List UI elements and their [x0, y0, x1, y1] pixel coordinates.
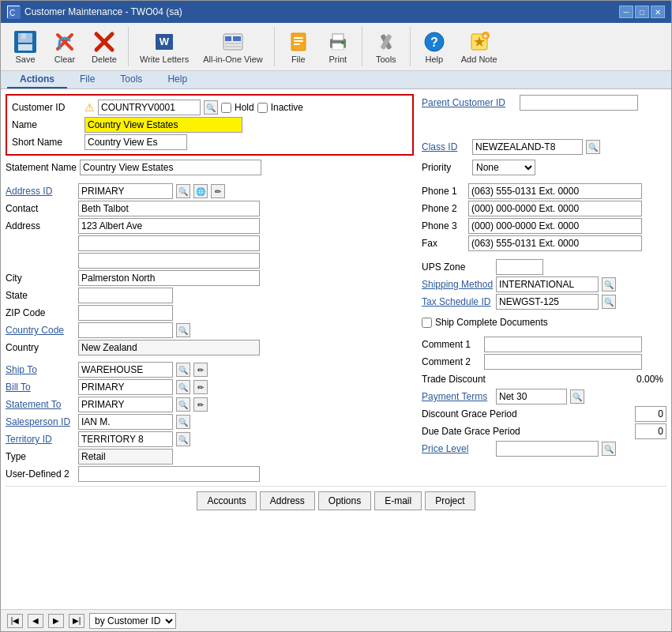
ship-to-input[interactable]: [78, 362, 173, 378]
payment-terms-label[interactable]: Payment Terms: [422, 391, 493, 402]
shipping-method-input[interactable]: [496, 276, 599, 292]
print-button[interactable]: Print: [320, 26, 356, 67]
tab-actions[interactable]: Actions: [7, 71, 67, 88]
territory-label[interactable]: Territory ID: [6, 434, 75, 445]
tax-schedule-label[interactable]: Tax Schedule ID: [422, 296, 493, 307]
hold-checkbox[interactable]: [221, 103, 231, 113]
parent-customer-row: Parent Customer ID: [422, 94, 666, 111]
close-button[interactable]: ✕: [651, 6, 665, 18]
ups-zone-input[interactable]: [496, 259, 543, 275]
statement-to-input[interactable]: [78, 397, 173, 412]
tools-button[interactable]: Tools: [368, 26, 404, 67]
fax-input[interactable]: [468, 235, 642, 251]
add-note-button[interactable]: ★ ✦ Add Note: [456, 26, 503, 67]
address-line2-input[interactable]: [78, 235, 260, 251]
options-button[interactable]: Options: [318, 491, 371, 510]
salesperson-input[interactable]: [78, 414, 173, 430]
address-id-lookup-btn[interactable]: 🔍: [176, 184, 190, 198]
salesperson-label[interactable]: Salesperson ID: [6, 416, 75, 427]
ship-complete-checkbox[interactable]: [422, 318, 432, 328]
contact-input[interactable]: [78, 201, 260, 216]
country-code-input[interactable]: [78, 322, 173, 338]
nav-next-button[interactable]: ▶: [48, 614, 64, 628]
address-edit-btn[interactable]: ✏: [211, 184, 225, 198]
price-level-label[interactable]: Price Level: [422, 443, 493, 454]
ship-to-edit-btn[interactable]: ✏: [193, 363, 208, 377]
inactive-checkbox[interactable]: [257, 103, 268, 113]
priority-select[interactable]: None: [472, 160, 535, 175]
parent-customer-id-label[interactable]: Parent Customer ID: [422, 97, 516, 108]
bill-to-input[interactable]: [78, 379, 173, 395]
nav-sort-select[interactable]: by Customer ID: [89, 613, 176, 629]
city-input[interactable]: [78, 270, 260, 286]
country-input[interactable]: [78, 340, 260, 356]
address-line1-input[interactable]: [78, 218, 260, 234]
save-button[interactable]: Save: [7, 26, 43, 67]
comment2-input[interactable]: [484, 354, 642, 370]
tab-help[interactable]: Help: [155, 71, 200, 88]
address-button[interactable]: Address: [260, 491, 315, 510]
nav-prev-button[interactable]: ◀: [28, 614, 43, 628]
bill-to-edit-btn[interactable]: ✏: [193, 380, 208, 394]
address-id-input[interactable]: [78, 183, 173, 199]
statement-to-lookup-btn[interactable]: 🔍: [176, 397, 190, 412]
shipping-method-label[interactable]: Shipping Method: [422, 279, 493, 290]
payment-terms-input[interactable]: [496, 389, 567, 404]
address-line3-input[interactable]: [78, 253, 260, 269]
project-button[interactable]: Project: [425, 491, 475, 510]
file-button[interactable]: File: [280, 26, 317, 67]
class-id-label[interactable]: Class ID: [422, 141, 469, 152]
class-id-lookup-btn[interactable]: 🔍: [586, 140, 600, 154]
address-globe-btn[interactable]: 🌐: [193, 184, 208, 198]
email-button[interactable]: E-mail: [374, 491, 422, 510]
discount-grace-input[interactable]: [635, 406, 666, 422]
clear-button[interactable]: Clear: [47, 26, 83, 67]
help-button[interactable]: ? Help: [416, 26, 452, 67]
price-level-lookup-btn[interactable]: 🔍: [602, 442, 616, 456]
salesperson-lookup-btn[interactable]: 🔍: [176, 415, 190, 429]
tab-file[interactable]: File: [67, 71, 107, 88]
address-id-label[interactable]: Address ID: [6, 186, 75, 197]
ship-to-lookup-btn[interactable]: 🔍: [176, 363, 190, 377]
phone2-input[interactable]: [468, 201, 642, 216]
write-letters-button[interactable]: W Write Letters: [134, 26, 194, 67]
state-input[interactable]: [78, 288, 173, 303]
tab-tools[interactable]: Tools: [107, 71, 155, 88]
all-in-one-button[interactable]: All-in-One View: [197, 26, 268, 67]
payment-terms-lookup-btn[interactable]: 🔍: [570, 389, 584, 404]
statement-to-edit-btn[interactable]: ✏: [193, 397, 208, 412]
territory-input[interactable]: [78, 431, 173, 447]
customer-id-input[interactable]: [98, 100, 201, 115]
tax-schedule-input[interactable]: [496, 294, 599, 310]
shipping-method-lookup-btn[interactable]: 🔍: [602, 277, 616, 292]
phone3-input[interactable]: [468, 218, 642, 234]
delete-button[interactable]: Delete: [86, 26, 122, 67]
short-name-input[interactable]: [84, 134, 187, 150]
comment1-input[interactable]: [484, 337, 642, 352]
country-code-lookup-btn[interactable]: 🔍: [176, 323, 190, 337]
nav-first-button[interactable]: |◀: [7, 614, 23, 628]
ship-to-label[interactable]: Ship To: [6, 364, 75, 375]
nav-last-button[interactable]: ▶|: [69, 614, 84, 628]
parent-customer-id-input[interactable]: [520, 95, 638, 111]
due-date-grace-input[interactable]: [635, 423, 666, 439]
bill-to-label[interactable]: Bill To: [6, 382, 75, 393]
phone1-input[interactable]: [468, 183, 642, 199]
user-defined-input[interactable]: [78, 466, 260, 482]
name-input[interactable]: [84, 117, 242, 133]
zip-input[interactable]: [78, 305, 173, 321]
country-code-label[interactable]: Country Code: [6, 325, 75, 336]
class-id-input[interactable]: [472, 139, 583, 155]
maximize-button[interactable]: □: [635, 6, 649, 18]
clear-label: Clear: [54, 55, 75, 64]
territory-lookup-btn[interactable]: 🔍: [176, 432, 190, 446]
statement-name-input[interactable]: [80, 160, 261, 175]
bill-to-lookup-btn[interactable]: 🔍: [176, 380, 190, 394]
accounts-button[interactable]: Accounts: [197, 491, 256, 510]
minimize-button[interactable]: ─: [619, 6, 633, 18]
tax-schedule-lookup-btn[interactable]: 🔍: [602, 295, 616, 309]
price-level-input[interactable]: [496, 441, 599, 457]
customer-id-lookup-btn[interactable]: 🔍: [204, 100, 218, 115]
type-input[interactable]: [78, 449, 173, 465]
statement-to-label[interactable]: Statement To: [6, 399, 75, 410]
